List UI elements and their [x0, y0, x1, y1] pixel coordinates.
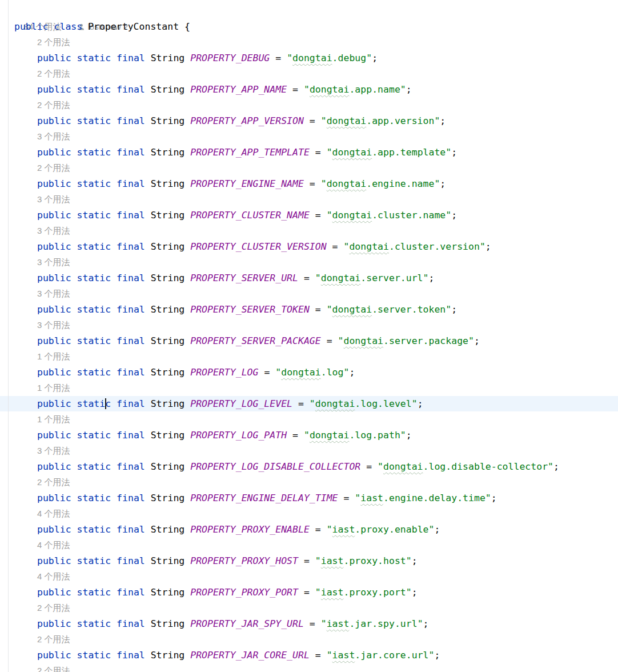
type-token: String	[151, 273, 191, 283]
string-open-quote: "	[321, 618, 327, 629]
type-token: String	[151, 618, 191, 629]
code-line[interactable]: public static final String PROPERTY_ENGI…	[0, 490, 618, 506]
code-editor[interactable]: 84 个用法lostsnow 2 public classPropertyCon…	[0, 0, 618, 672]
string-open-quote: "	[315, 273, 321, 283]
usage-hint[interactable]: 4 个用法	[0, 506, 618, 522]
usage-hint[interactable]: 1 个用法	[0, 411, 618, 427]
usage-hint[interactable]: 3 个用法	[0, 443, 618, 459]
code-line[interactable]: public static final String PROPERTY_CLUS…	[0, 239, 618, 255]
string-rest: .app.template"	[372, 147, 451, 158]
code-line[interactable]: public static final String PROPERTY_DEBU…	[0, 50, 618, 66]
string-typo-part: dongtai	[332, 210, 372, 221]
assign-operator: =	[287, 84, 304, 95]
code-line[interactable]: public static final String PROPERTY_PROX…	[0, 522, 618, 538]
string-rest: .cluster.version"	[389, 241, 485, 252]
string-typo-part: dongtai	[292, 53, 332, 63]
type-token: String	[151, 587, 191, 598]
usage-hint[interactable]: 3 个用法	[0, 286, 618, 302]
string-typo-part: iast	[332, 524, 355, 535]
code-line[interactable]: public static final String PROPERTY_CLUS…	[0, 207, 618, 223]
keyword-tokens: public static final	[37, 555, 151, 566]
usage-hint[interactable]: 3 个用法	[0, 129, 618, 145]
string-rest: .app.name"	[349, 84, 406, 95]
string-open-quote: "	[321, 115, 327, 126]
string-open-quote: "	[338, 335, 344, 346]
code-line[interactable]: public static final String PROPERTY_PROX…	[0, 553, 618, 569]
keyword-tokens: public static final	[37, 304, 151, 315]
field-name: PROPERTY_LOG_PATH	[190, 430, 287, 441]
usage-hint[interactable]: 2 个用法	[0, 631, 618, 647]
type-token: String	[151, 555, 191, 566]
code-line[interactable]: public static final String PROPERTY_LOG_…	[0, 396, 618, 412]
field-name: PROPERTY_PROXY_HOST	[190, 555, 298, 566]
class-usages-hint[interactable]: 84 个用法lostsnow 2	[0, 3, 618, 19]
usage-hint[interactable]: 3 个用法	[0, 191, 618, 207]
keyword-tokens: public static final	[37, 367, 151, 378]
usage-hint[interactable]: 2 个用法	[0, 34, 618, 50]
keyword-tokens: public static final	[37, 493, 151, 503]
code-line[interactable]: public static final String PROPERTY_ENGI…	[0, 176, 618, 192]
usage-hint[interactable]: 1 个用法	[0, 380, 618, 396]
code-line[interactable]: public static final String PROPERTY_APP_…	[0, 113, 618, 129]
string-typo-part: iast	[327, 618, 350, 629]
semicolon: ;	[474, 335, 480, 346]
usage-hint[interactable]: 2 个用法	[0, 160, 618, 176]
code-line[interactable]: public static final String PROPERTY_LOG_…	[0, 459, 618, 475]
keyword-tokens: public static final	[37, 398, 151, 409]
class-declaration-line[interactable]: public classPropertyConstant{	[0, 19, 618, 35]
code-line[interactable]: public static final String PROPERTY_APP_…	[0, 82, 618, 98]
code-line[interactable]: public static final String PROPERTY_SERV…	[0, 333, 618, 349]
code-line[interactable]: public static final String PROPERTY_PROX…	[0, 585, 618, 601]
field-name: PROPERTY_CLUSTER_NAME	[190, 210, 310, 221]
string-rest: .jar.spy.url"	[349, 618, 423, 629]
field-name: PROPERTY_DEBUG	[190, 53, 270, 63]
string-open-quote: "	[304, 430, 310, 441]
keyword-tokens: public static final	[37, 335, 151, 346]
semicolon: ;	[434, 524, 440, 535]
code-line[interactable]: public static final String PROPERTY_JAR_…	[0, 647, 618, 663]
string-open-quote: "	[310, 398, 315, 409]
field-name: PROPERTY_APP_TEMPLATE	[190, 147, 310, 158]
partial-usage-hint[interactable]: 2 个用法	[0, 663, 618, 672]
string-rest: .log"	[321, 367, 350, 378]
string-rest: .jar.core.url"	[355, 650, 434, 661]
usage-hint[interactable]: 3 个用法	[0, 317, 618, 333]
keyword-tokens: public static final	[37, 587, 151, 598]
usage-hint[interactable]: 2 个用法	[0, 600, 618, 616]
type-token: String	[151, 493, 191, 503]
string-typo-part: dongtai	[321, 273, 361, 283]
semicolon: ;	[429, 273, 435, 283]
string-open-quote: "	[321, 178, 327, 189]
semicolon: ;	[372, 53, 378, 63]
assign-operator: =	[310, 524, 327, 535]
type-token: String	[151, 53, 191, 63]
usage-hint[interactable]: 2 个用法	[0, 66, 618, 82]
code-line[interactable]: public static final String PROPERTY_LOG_…	[0, 427, 618, 443]
text-caret	[105, 398, 106, 409]
assign-operator: =	[310, 147, 327, 158]
usage-hint[interactable]: 3 个用法	[0, 223, 618, 239]
type-token: String	[151, 367, 191, 378]
semicolon: ;	[349, 367, 355, 378]
code-line[interactable]: public static final String PROPERTY_LOG …	[0, 365, 618, 381]
code-line[interactable]: public static final String PROPERTY_SERV…	[0, 270, 618, 286]
code-line[interactable]: public static final String PROPERTY_SERV…	[0, 302, 618, 318]
code-line[interactable]: public static final String PROPERTY_APP_…	[0, 145, 618, 161]
code-line[interactable]: public static final String PROPERTY_JAR_…	[0, 616, 618, 632]
usage-hint[interactable]: 4 个用法	[0, 537, 618, 553]
gutter-separator	[8, 0, 9, 672]
usage-hint[interactable]: 4 个用法	[0, 569, 618, 585]
string-typo-part: iast	[321, 587, 344, 598]
string-rest: .server.package"	[383, 335, 474, 346]
string-rest: .engine.delay.time"	[383, 493, 491, 503]
string-open-quote: "	[315, 555, 321, 566]
keyword-tokens: public static final	[37, 524, 151, 535]
usage-hint[interactable]: 1 个用法	[0, 349, 618, 365]
string-typo-part: dongtai	[310, 84, 350, 95]
type-token: String	[151, 524, 191, 535]
string-open-quote: "	[287, 53, 292, 63]
usage-hint[interactable]: 2 个用法	[0, 97, 618, 113]
field-name: PROPERTY_APP_VERSION	[190, 115, 304, 126]
usage-hint[interactable]: 3 个用法	[0, 254, 618, 270]
usage-hint[interactable]: 2 个用法	[0, 474, 618, 490]
